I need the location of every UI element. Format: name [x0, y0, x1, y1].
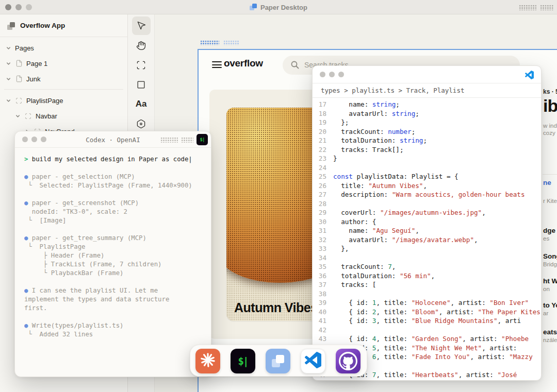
breadcrumb[interactable]: types > playlist.ts > Track, Playlist — [313, 83, 541, 98]
line-number: 24 — [313, 163, 333, 173]
line-number: 40 — [313, 308, 333, 317]
code-line: 24 — [313, 163, 541, 173]
chevron-down-icon[interactable] — [5, 97, 11, 104]
code-line: 19 }; — [313, 118, 541, 127]
line-number: 23 — [313, 154, 333, 163]
frame-label-dots — [200, 40, 219, 45]
close-icon[interactable] — [320, 72, 325, 77]
line-number: 38 — [313, 289, 333, 299]
tree-item-label: Pages — [15, 44, 34, 52]
terminal-line: └ PlaylistPage — [24, 243, 206, 251]
line-number: 25 — [313, 172, 333, 181]
design-brand: overflow — [224, 58, 263, 69]
screen: { "menubar": { "title": "Paper Desktop" … — [0, 0, 557, 392]
tool-text[interactable]: Aa — [132, 95, 151, 113]
page-icon — [15, 60, 23, 67]
chevron-down-icon[interactable] — [5, 45, 11, 51]
terminal-tab-dots — [160, 137, 178, 143]
terminal-window[interactable]: Codex · OpenAI $| > build my selected de… — [14, 131, 211, 377]
chevron-down-icon[interactable] — [14, 113, 21, 119]
code-line: 41 { id: 3, title: "Blue Ridge Mountains… — [313, 316, 541, 326]
terminal-line: └ Added 32 lines — [24, 330, 206, 339]
line-number: 36 — [313, 271, 333, 281]
tool-frame[interactable] — [132, 56, 151, 74]
frame-label-dots-2 — [223, 40, 239, 45]
terminal-line: ● paper - get_tree_summary (MCP) — [24, 234, 206, 243]
line-number: 33 — [313, 244, 333, 253]
page-icon — [15, 75, 23, 83]
tool-hand[interactable] — [132, 36, 151, 55]
line-number: 28 — [313, 199, 333, 209]
app-title: Paper Desktop — [260, 4, 307, 11]
terminal-output[interactable]: > build my selected design in Paper as c… — [24, 155, 206, 371]
terminal-tab-dots-2 — [181, 137, 193, 143]
line-number: 21 — [313, 136, 333, 145]
dock-item-codex[interactable]: $| — [231, 349, 255, 373]
sidebar-item-page-1[interactable]: Page 1 — [0, 56, 127, 71]
tree-item-label: Page 1 — [26, 60, 47, 67]
line-number: 26 — [313, 181, 333, 191]
editor-window[interactable]: types > playlist.ts > Track, Playlist 17… — [312, 65, 542, 381]
sidebar-divider — [4, 89, 123, 90]
code-line: 34 — [313, 253, 541, 263]
line-number: 31 — [313, 226, 333, 235]
code-line: 35 trackCount: 7, — [313, 262, 541, 271]
tool-box[interactable] — [132, 114, 151, 133]
code-line: 36 totalDuration: "56 min", — [313, 271, 541, 281]
sidebar-item-pages[interactable]: Pages — [0, 40, 127, 56]
github-octocat-icon — [339, 352, 357, 370]
code-line: 28 — [313, 199, 541, 209]
terminal-line: ● paper - get_selection (MCP) — [24, 173, 206, 181]
line-number: 41 — [313, 316, 333, 326]
minimize-icon[interactable] — [329, 72, 335, 77]
code-line: 32 avatarUrl: "/images/avatar.webp", — [313, 235, 541, 245]
album-title: Autumn Vibes — [234, 300, 318, 315]
terminal-line: first. — [24, 304, 206, 313]
tree-item-label: Junk — [26, 75, 40, 83]
text-tool-label: Aa — [136, 99, 147, 109]
code-editor[interactable]: 17 name: string;18 avatarUrl: string;19 … — [313, 98, 541, 380]
code-line: 30 author: { — [313, 217, 541, 227]
dock-item-vscode[interactable] — [301, 349, 325, 373]
line-number: 35 — [313, 262, 333, 271]
terminal-line: └ PlaybackBar (Frame) — [24, 269, 206, 278]
paper-app-icon — [250, 4, 257, 11]
code-line: 18 avatarUrl: string; — [313, 109, 541, 118]
sidebar-item-playlistpage[interactable]: PlaylistPage — [0, 93, 127, 108]
project-title: Overflow App — [20, 22, 65, 29]
dock-item-github[interactable] — [336, 349, 361, 373]
line-number: 39 — [313, 298, 333, 308]
menu-icon[interactable] — [212, 61, 222, 69]
code-line: 39 { id: 1, title: "Holocene", artist: "… — [313, 298, 541, 308]
tool-rectangle[interactable] — [132, 75, 151, 94]
code-line: 20 trackCount: number; — [313, 127, 541, 137]
terminal-line: └ [Image] — [24, 216, 206, 225]
chevron-down-icon[interactable] — [5, 60, 11, 66]
sidebar-item-junk[interactable]: Junk — [0, 71, 127, 87]
line-number: 43 — [313, 334, 333, 344]
menubar-title-group: Paper Desktop — [0, 0, 557, 14]
code-line: 26 title: "Autumn Vibes", — [313, 181, 541, 191]
terminal-line: ● Write(types/playlist.ts) — [24, 321, 206, 330]
line-number: 30 — [313, 217, 333, 227]
terminal-line: implement the types and data structure — [24, 295, 206, 304]
sidebar-item-navbar[interactable]: Navbar — [0, 108, 127, 124]
line-number: 22 — [313, 145, 333, 155]
tool-select-cursor[interactable] — [132, 16, 151, 35]
terminal-line: ● I can see the playlist UI. Let me — [24, 286, 206, 295]
vscode-icon — [305, 352, 321, 370]
code-line: 31 name: "Agu Seguí", — [313, 226, 541, 235]
layers-tree: PagesPage 1JunkPlaylistPageNavbarNavBran… — [0, 37, 127, 139]
chevron-down-icon[interactable] — [5, 76, 11, 82]
sidebar-header[interactable]: Overflow App — [0, 14, 127, 37]
code-line: 43 { id: 4, title: "Garden Song", artist… — [313, 334, 541, 344]
line-number: 18 — [313, 109, 333, 118]
maximize-icon[interactable] — [338, 72, 344, 77]
code-line: 38 — [313, 289, 541, 299]
menubar: Paper Desktop — [0, 0, 557, 14]
line-number: 29 — [313, 208, 333, 217]
code-line: 25const playlistData: Playlist = { — [313, 172, 541, 181]
overflow-app-icon — [7, 22, 14, 29]
dock-item-claude[interactable] — [195, 349, 220, 373]
dock-item-paper[interactable] — [266, 349, 290, 373]
